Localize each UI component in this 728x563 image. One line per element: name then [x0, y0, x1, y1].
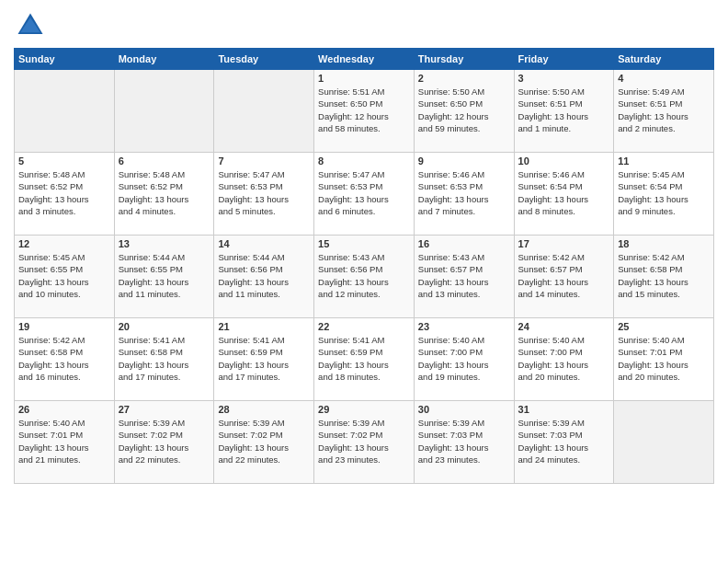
- header-cell-thursday: Thursday: [414, 49, 514, 70]
- day-info: Sunrise: 5:42 AM Sunset: 6:57 PM Dayligh…: [518, 251, 610, 300]
- calendar-cell: 31Sunrise: 5:39 AM Sunset: 7:03 PM Dayli…: [514, 401, 614, 484]
- day-number: 24: [518, 321, 610, 332]
- day-number: 12: [18, 238, 110, 249]
- day-info: Sunrise: 5:44 AM Sunset: 6:56 PM Dayligh…: [218, 251, 310, 300]
- day-info: Sunrise: 5:40 AM Sunset: 7:00 PM Dayligh…: [418, 334, 510, 383]
- calendar-cell: 16Sunrise: 5:43 AM Sunset: 6:57 PM Dayli…: [414, 236, 514, 318]
- day-number: 17: [518, 238, 610, 249]
- day-number: 5: [18, 155, 110, 167]
- day-info: Sunrise: 5:47 AM Sunset: 6:53 PM Dayligh…: [318, 168, 410, 217]
- calendar-cell: [214, 70, 314, 153]
- calendar-cell: 7Sunrise: 5:47 AM Sunset: 6:53 PM Daylig…: [214, 153, 314, 236]
- day-number: 31: [518, 404, 610, 415]
- day-info: Sunrise: 5:50 AM Sunset: 6:50 PM Dayligh…: [418, 86, 510, 134]
- calendar-cell: 25Sunrise: 5:40 AM Sunset: 7:01 PM Dayli…: [614, 318, 714, 401]
- day-number: 14: [218, 238, 310, 249]
- day-info: Sunrise: 5:49 AM Sunset: 6:51 PM Dayligh…: [618, 86, 710, 134]
- calendar-cell: 26Sunrise: 5:40 AM Sunset: 7:01 PM Dayli…: [15, 401, 115, 484]
- day-info: Sunrise: 5:50 AM Sunset: 6:51 PM Dayligh…: [518, 86, 610, 134]
- day-number: 30: [418, 404, 510, 415]
- calendar-cell: 1Sunrise: 5:51 AM Sunset: 6:50 PM Daylig…: [314, 70, 415, 153]
- calendar-cell: 19Sunrise: 5:42 AM Sunset: 6:58 PM Dayli…: [15, 318, 115, 401]
- header-cell-wednesday: Wednesday: [314, 49, 415, 70]
- calendar-cell: 27Sunrise: 5:39 AM Sunset: 7:02 PM Dayli…: [114, 401, 214, 484]
- day-number: 26: [18, 404, 110, 415]
- day-number: 6: [119, 155, 210, 167]
- day-number: 3: [518, 73, 610, 84]
- day-number: 21: [218, 321, 310, 332]
- day-info: Sunrise: 5:42 AM Sunset: 6:58 PM Dayligh…: [618, 251, 710, 300]
- day-info: Sunrise: 5:39 AM Sunset: 7:02 PM Dayligh…: [218, 417, 310, 465]
- day-info: Sunrise: 5:39 AM Sunset: 7:02 PM Dayligh…: [318, 417, 410, 465]
- day-info: Sunrise: 5:41 AM Sunset: 6:58 PM Dayligh…: [119, 334, 210, 383]
- day-info: Sunrise: 5:39 AM Sunset: 7:02 PM Dayligh…: [119, 417, 210, 465]
- calendar-cell: 15Sunrise: 5:43 AM Sunset: 6:56 PM Dayli…: [314, 236, 415, 318]
- page-header: [14, 9, 714, 42]
- calendar-cell: 5Sunrise: 5:48 AM Sunset: 6:52 PM Daylig…: [15, 153, 115, 236]
- calendar-cell: 22Sunrise: 5:41 AM Sunset: 6:59 PM Dayli…: [314, 318, 415, 401]
- calendar-table: SundayMondayTuesdayWednesdayThursdayFrid…: [14, 48, 714, 484]
- day-number: 8: [318, 155, 410, 167]
- day-info: Sunrise: 5:39 AM Sunset: 7:03 PM Dayligh…: [518, 417, 610, 465]
- day-info: Sunrise: 5:41 AM Sunset: 6:59 PM Dayligh…: [218, 334, 310, 383]
- day-info: Sunrise: 5:47 AM Sunset: 6:53 PM Dayligh…: [218, 168, 310, 217]
- calendar-cell: 11Sunrise: 5:45 AM Sunset: 6:54 PM Dayli…: [614, 153, 714, 236]
- day-info: Sunrise: 5:46 AM Sunset: 6:54 PM Dayligh…: [518, 168, 610, 217]
- calendar-cell: 17Sunrise: 5:42 AM Sunset: 6:57 PM Dayli…: [514, 236, 614, 318]
- calendar-cell: 13Sunrise: 5:44 AM Sunset: 6:55 PM Dayli…: [114, 236, 214, 318]
- day-number: 22: [318, 321, 410, 332]
- calendar-cell: 29Sunrise: 5:39 AM Sunset: 7:02 PM Dayli…: [314, 401, 415, 484]
- day-info: Sunrise: 5:41 AM Sunset: 6:59 PM Dayligh…: [318, 334, 410, 383]
- day-info: Sunrise: 5:45 AM Sunset: 6:54 PM Dayligh…: [618, 168, 710, 217]
- day-number: 27: [119, 404, 210, 415]
- calendar-cell: 2Sunrise: 5:50 AM Sunset: 6:50 PM Daylig…: [414, 70, 514, 153]
- calendar-cell: 3Sunrise: 5:50 AM Sunset: 6:51 PM Daylig…: [514, 70, 614, 153]
- calendar-week-5: 26Sunrise: 5:40 AM Sunset: 7:01 PM Dayli…: [15, 401, 714, 484]
- day-number: 2: [418, 73, 510, 84]
- header-row: SundayMondayTuesdayWednesdayThursdayFrid…: [15, 49, 714, 70]
- header-cell-sunday: Sunday: [15, 49, 115, 70]
- calendar-cell: 9Sunrise: 5:46 AM Sunset: 6:53 PM Daylig…: [414, 153, 514, 236]
- calendar-cell: [614, 401, 714, 484]
- calendar-cell: 21Sunrise: 5:41 AM Sunset: 6:59 PM Dayli…: [214, 318, 314, 401]
- logo-icon: [14, 9, 47, 42]
- day-info: Sunrise: 5:40 AM Sunset: 7:01 PM Dayligh…: [18, 417, 110, 465]
- calendar-cell: 24Sunrise: 5:40 AM Sunset: 7:00 PM Dayli…: [514, 318, 614, 401]
- calendar-week-3: 12Sunrise: 5:45 AM Sunset: 6:55 PM Dayli…: [15, 236, 714, 318]
- day-number: 18: [618, 238, 710, 249]
- day-info: Sunrise: 5:40 AM Sunset: 7:00 PM Dayligh…: [518, 334, 610, 383]
- calendar-cell: 6Sunrise: 5:48 AM Sunset: 6:52 PM Daylig…: [114, 153, 214, 236]
- day-info: Sunrise: 5:43 AM Sunset: 6:56 PM Dayligh…: [318, 251, 410, 300]
- day-number: 19: [18, 321, 110, 332]
- day-number: 4: [618, 73, 710, 84]
- day-info: Sunrise: 5:39 AM Sunset: 7:03 PM Dayligh…: [418, 417, 510, 465]
- calendar-week-4: 19Sunrise: 5:42 AM Sunset: 6:58 PM Dayli…: [15, 318, 714, 401]
- header-cell-tuesday: Tuesday: [214, 49, 314, 70]
- day-info: Sunrise: 5:40 AM Sunset: 7:01 PM Dayligh…: [618, 334, 710, 383]
- calendar-cell: 12Sunrise: 5:45 AM Sunset: 6:55 PM Dayli…: [15, 236, 115, 318]
- calendar-cell: 8Sunrise: 5:47 AM Sunset: 6:53 PM Daylig…: [314, 153, 415, 236]
- day-number: 20: [119, 321, 210, 332]
- day-number: 16: [418, 238, 510, 249]
- calendar-cell: 23Sunrise: 5:40 AM Sunset: 7:00 PM Dayli…: [414, 318, 514, 401]
- day-number: 10: [518, 155, 610, 167]
- calendar-cell: 20Sunrise: 5:41 AM Sunset: 6:58 PM Dayli…: [114, 318, 214, 401]
- day-info: Sunrise: 5:48 AM Sunset: 6:52 PM Dayligh…: [18, 168, 110, 217]
- day-number: 1: [318, 73, 410, 84]
- day-number: 7: [218, 155, 310, 167]
- day-info: Sunrise: 5:51 AM Sunset: 6:50 PM Dayligh…: [318, 86, 410, 134]
- calendar-cell: 18Sunrise: 5:42 AM Sunset: 6:58 PM Dayli…: [614, 236, 714, 318]
- day-number: 9: [418, 155, 510, 167]
- calendar-cell: 4Sunrise: 5:49 AM Sunset: 6:51 PM Daylig…: [614, 70, 714, 153]
- header-cell-monday: Monday: [114, 49, 214, 70]
- logo: [14, 9, 51, 42]
- calendar-cell: [114, 70, 214, 153]
- calendar-week-2: 5Sunrise: 5:48 AM Sunset: 6:52 PM Daylig…: [15, 153, 714, 236]
- calendar-cell: 28Sunrise: 5:39 AM Sunset: 7:02 PM Dayli…: [214, 401, 314, 484]
- calendar-cell: 10Sunrise: 5:46 AM Sunset: 6:54 PM Dayli…: [514, 153, 614, 236]
- day-number: 11: [618, 155, 710, 167]
- day-number: 29: [318, 404, 410, 415]
- day-number: 13: [119, 238, 210, 249]
- day-number: 15: [318, 238, 410, 249]
- day-number: 25: [618, 321, 710, 332]
